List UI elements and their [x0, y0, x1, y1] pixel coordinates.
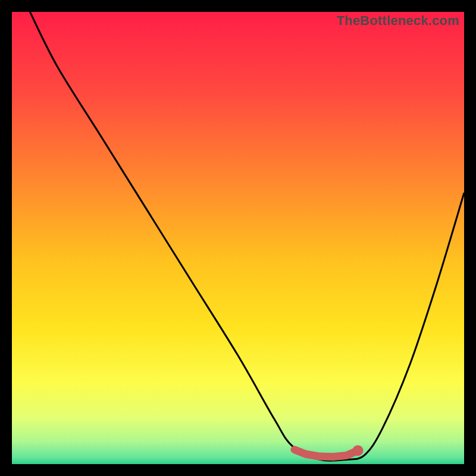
optimal-range-markers — [295, 445, 363, 457]
curve-layer — [12, 12, 464, 464]
bottleneck-curve — [30, 12, 464, 461]
optimal-range-band — [295, 450, 358, 457]
chart-frame: TheBottleneck.com — [0, 0, 476, 476]
plot-area: TheBottleneck.com — [12, 12, 464, 464]
optimal-range-end-dot — [352, 445, 363, 456]
